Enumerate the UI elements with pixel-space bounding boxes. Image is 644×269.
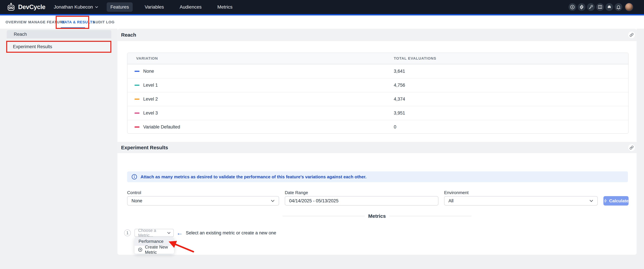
chevron-down-icon xyxy=(271,199,275,202)
sidebar-item-label: Experiment Results xyxy=(13,44,52,49)
link-icon xyxy=(630,33,634,37)
org-switcher[interactable]: Jonathan Kubecon xyxy=(54,4,98,10)
info-banner: Attach as many metrics as desired to val… xyxy=(127,171,628,182)
metric-row-number: 1 xyxy=(124,229,131,236)
variation-evaluations: 3,951 xyxy=(394,111,628,116)
create-new-button[interactable] xyxy=(568,3,576,11)
variation-evaluations: 4,756 xyxy=(394,83,628,88)
column-header-variation: VARIATION xyxy=(128,56,394,61)
divider-line xyxy=(282,216,365,216)
reach-table-header: VARIATION TOTAL EVALUATIONS xyxy=(128,53,628,64)
notifications-button[interactable] xyxy=(615,3,622,11)
sidebar-item-experiment-results[interactable]: Experiment Results xyxy=(7,42,110,52)
bell-icon xyxy=(616,5,621,10)
link-icon xyxy=(630,146,634,150)
variation-name: Variable Defaulted xyxy=(143,124,180,130)
nav-item-features[interactable]: Features xyxy=(107,2,133,12)
calculate-button-label: Calculate xyxy=(609,198,628,203)
table-row: None 3,641 xyxy=(128,64,628,78)
control-select[interactable]: None xyxy=(127,196,279,205)
control-select-value: None xyxy=(132,198,142,203)
table-row: Level 1 4,756 xyxy=(128,78,628,92)
metrics-divider: Metrics xyxy=(282,213,472,219)
nav-item-audiences[interactable]: Audiences xyxy=(176,2,205,12)
top-navigation-bar: DevCycle Jonathan Kubecon Features Varia… xyxy=(0,0,644,14)
variation-evaluations: 4,374 xyxy=(394,97,628,102)
tab-overview[interactable]: OVERVIEW xyxy=(6,16,27,29)
metric-helper-text: Select an existing metric or create a ne… xyxy=(186,229,276,237)
date-range-input[interactable]: 04/14/2025 - 05/13/2025 xyxy=(285,196,438,205)
table-row: Level 2 4,374 xyxy=(128,92,628,106)
control-label: Control xyxy=(127,190,141,195)
api-keys-button[interactable] xyxy=(587,3,595,11)
info-banner-text: Attach as many metrics as desired to val… xyxy=(140,174,366,179)
variation-evaluations: 0 xyxy=(394,124,628,130)
reach-permalink-button[interactable] xyxy=(628,32,635,38)
variation-name: Level 2 xyxy=(143,97,158,102)
chevron-down-icon xyxy=(95,6,98,8)
left-arrow-glyph: ← xyxy=(176,229,183,237)
chevron-down-icon xyxy=(589,199,593,202)
key-icon xyxy=(588,5,593,10)
devcycle-robot-icon xyxy=(7,3,16,12)
column-header-total-evaluations: TOTAL EVALUATIONS xyxy=(394,56,628,61)
variation-color-swatch xyxy=(134,126,140,128)
annotation-box-data-results-tab xyxy=(56,16,89,29)
metrics-heading: Metrics xyxy=(368,213,386,219)
environment-select[interactable]: All xyxy=(444,196,598,205)
experiment-permalink-button[interactable] xyxy=(628,144,635,151)
reach-table: VARIATION TOTAL EVALUATIONS None 3,641 L… xyxy=(127,53,628,134)
documentation-button[interactable] xyxy=(596,3,604,11)
book-icon xyxy=(598,5,602,10)
table-row: Variable Defaulted 0 xyxy=(128,120,628,134)
tab-audit-log[interactable]: AUDIT LOG xyxy=(93,16,114,29)
date-range-value: 04/14/2025 - 05/13/2025 xyxy=(289,198,338,203)
divider-line xyxy=(389,216,472,216)
choose-metric-placeholder: Choose a Metric... xyxy=(138,228,167,238)
brand-name: DevCycle xyxy=(18,4,46,11)
date-range-label: Date Range xyxy=(285,190,308,195)
chevron-down-icon xyxy=(167,232,171,234)
experiment-results-section-header: Experiment Results xyxy=(118,142,636,153)
variation-color-swatch xyxy=(134,85,140,86)
discord-icon xyxy=(607,5,612,10)
nav-item-variables[interactable]: Variables xyxy=(141,2,168,12)
reach-section-header: Reach xyxy=(118,29,636,41)
info-icon xyxy=(132,174,137,180)
user-avatar[interactable] xyxy=(625,3,633,11)
sidebar-item-label: Reach xyxy=(14,32,27,37)
choose-metric-select[interactable]: Choose a Metric... xyxy=(134,229,174,237)
variation-name: Level 3 xyxy=(143,111,158,116)
discord-button[interactable] xyxy=(606,3,613,11)
plus-circle-icon xyxy=(138,247,142,252)
org-name: Jonathan Kubecon xyxy=(54,4,93,10)
progress-bar xyxy=(0,14,644,16)
main-panel: Reach VARIATION TOTAL EVALUATIONS None 3… xyxy=(118,29,636,255)
plus-circle-icon xyxy=(570,5,575,10)
annotation-box-experiment-results: Experiment Results xyxy=(6,41,111,53)
calculate-button[interactable]: Calculate xyxy=(604,196,628,205)
nav-item-metrics[interactable]: Metrics xyxy=(214,2,236,12)
table-row: Level 3 3,951 xyxy=(128,106,628,120)
gear-icon xyxy=(579,5,584,10)
feature-tabs-row: OVERVIEW MANAGE FEATURE DATA & RESULTS A… xyxy=(0,16,644,29)
environment-label: Environment xyxy=(444,190,468,195)
variation-name: Level 1 xyxy=(143,83,158,88)
variation-color-swatch xyxy=(134,113,140,114)
lightning-bolt-icon xyxy=(604,199,608,203)
sidebar-item-reach[interactable]: Reach xyxy=(7,30,111,39)
variation-name: None xyxy=(143,69,154,74)
environment-select-value: All xyxy=(448,198,454,203)
experiment-results-title: Experiment Results xyxy=(118,145,168,150)
settings-button[interactable] xyxy=(578,3,586,11)
variation-color-swatch xyxy=(134,99,140,100)
variation-evaluations: 3,641 xyxy=(394,69,628,74)
reach-section-title: Reach xyxy=(118,32,136,38)
devcycle-logo[interactable]: DevCycle xyxy=(7,3,46,12)
annotation-arrow xyxy=(167,240,197,255)
variation-color-swatch xyxy=(134,71,140,72)
